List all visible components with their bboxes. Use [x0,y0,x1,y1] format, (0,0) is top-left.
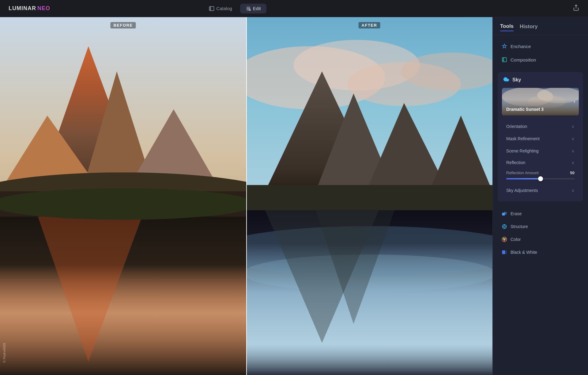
sky-header[interactable]: Sky [498,72,583,88]
sky-preset-selector[interactable]: Dramatic Sunset 3 › [502,88,579,115]
before-svg [0,17,246,375]
divider-line [246,17,247,375]
edit-icon [246,6,251,11]
after-half: AFTER [246,17,492,375]
cloud-icon [503,76,509,82]
orientation-row[interactable]: Orientation ∨ [502,120,579,133]
main-content: BEFORE [0,17,588,375]
tool-enchance[interactable]: Enchance [500,40,581,52]
svg-rect-49 [502,250,504,254]
structure-svg [502,224,507,229]
panel-tabs: Tools History [493,17,588,35]
sky-adjustments-chevron-icon: ∨ [571,188,575,193]
sky-preset-chevron-icon: › [574,99,575,104]
topbar-right [573,4,579,13]
svg-point-15 [0,188,246,220]
enchance-icon [501,43,507,49]
share-button[interactable] [573,4,579,13]
reflection-amount-row: Reflection Amount 50 [506,171,575,175]
structure-label: Structure [511,224,528,229]
before-half: BEFORE [0,17,246,375]
svg-point-48 [504,240,505,241]
share-icon [573,4,579,11]
color-icon [501,236,507,242]
before-image [0,17,246,375]
edit-button[interactable]: Edit [240,4,266,13]
top-tools-section: Enchance Composition [493,35,588,68]
reflection-slider-track[interactable] [506,178,575,179]
scene-relighting-row[interactable]: Scene Relighting ∨ [502,145,579,157]
sky-adjustments-label: Sky Adjustments [506,188,538,193]
tool-black-white[interactable]: Black & White [500,246,581,258]
reflection-slider-fill [506,178,541,179]
catalog-label: Catalog [216,6,232,11]
image-panel: BEFORE [0,17,492,375]
erase-svg [502,211,507,216]
erase-label: Erase [511,211,522,216]
sky-content: Dramatic Sunset 3 › Orientation ∨ Mask R… [498,88,583,201]
tool-structure[interactable]: Structure [500,220,581,233]
structure-icon [501,223,507,230]
after-image [246,17,492,375]
reflection-amount-value: 50 [566,171,575,175]
catalog-icon [209,6,214,11]
black-white-label: Black & White [511,250,537,255]
composition-icon [501,57,507,63]
tool-composition[interactable]: Composition [500,54,581,66]
svg-rect-0 [209,6,214,11]
reflection-label: Reflection [506,160,525,165]
tool-color[interactable]: Color [500,233,581,246]
mask-refinement-label: Mask Refinement [506,136,540,141]
before-label: BEFORE [110,22,136,28]
reflection-section: Reflection ∨ Reflection Amount 50 [502,157,579,184]
sky-icon [503,76,509,84]
after-svg [246,17,492,375]
svg-point-4 [249,9,251,11]
bottom-tools: Erase Structure [493,205,588,264]
before-after-container: BEFORE [0,17,492,375]
reflection-content: Reflection Amount 50 [506,168,575,183]
reflection-header[interactable]: Reflection ∨ [506,157,575,168]
reflection-slider-thumb[interactable] [538,176,543,181]
tab-history[interactable]: History [520,24,538,31]
edit-label: Edit [253,6,261,11]
bw-svg [502,249,507,255]
logo-neo: NEO [37,5,50,12]
sky-adjustments-row[interactable]: Sky Adjustments ∨ [502,184,579,197]
scene-relighting-label: Scene Relighting [506,148,539,153]
orientation-label: Orientation [506,124,527,129]
enchance-label: Enchance [511,44,531,49]
color-label: Color [511,237,521,242]
catalog-button[interactable]: Catalog [203,4,238,13]
black-white-icon [501,249,507,255]
sky-preset-label: Dramatic Sunset 3 [502,99,579,115]
mask-refinement-chevron-icon: ∨ [571,137,575,141]
logo: LUMINAR NEO [9,5,50,12]
svg-point-38 [503,226,505,227]
topbar-nav: Catalog Edit [203,4,266,13]
svg-point-47 [505,238,506,239]
svg-rect-51 [505,250,507,254]
topbar: LUMINAR NEO Catalog Edit [0,0,588,17]
reflection-chevron-icon: ∨ [571,160,575,165]
svg-rect-31 [502,58,507,62]
sky-panel: Sky [498,72,583,201]
logo-luminar: LUMINAR [9,5,36,12]
scene-relighting-chevron-icon: ∨ [571,149,575,153]
orientation-chevron-icon: ∨ [571,124,575,129]
tool-erase[interactable]: Erase [500,208,581,220]
erase-icon [501,211,507,217]
reflection-amount-label: Reflection Amount [506,171,563,175]
after-label: AFTER [359,22,380,28]
mask-refinement-row[interactable]: Mask Refinement ∨ [502,133,579,145]
svg-rect-50 [504,250,505,254]
svg-rect-37 [504,212,507,215]
composition-label: Composition [511,57,536,62]
sky-title: Sky [512,77,521,83]
color-svg [502,237,507,242]
watermark: © Pedro4009 [2,343,6,363]
right-panel: Tools History Enchance [492,17,588,375]
tab-tools[interactable]: Tools [500,23,514,31]
svg-point-46 [503,238,504,239]
